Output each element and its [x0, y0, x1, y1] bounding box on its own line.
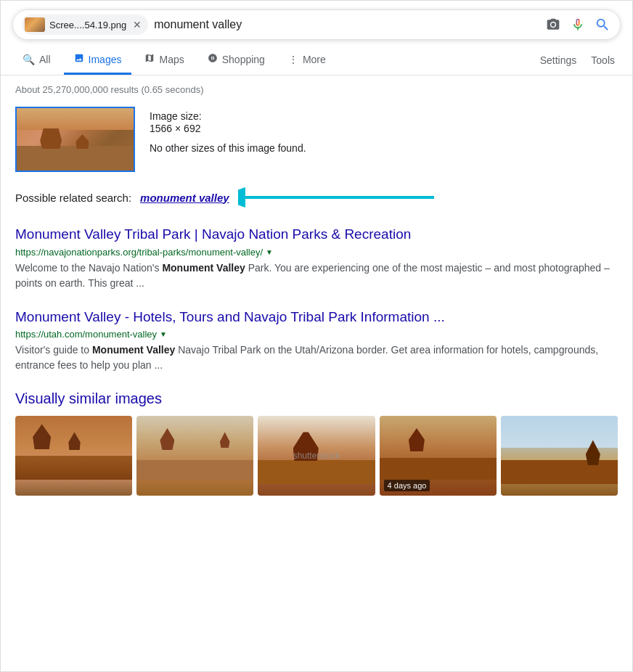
image-info-box: Image size: 1566 × 692 No other sizes of…: [15, 107, 618, 172]
tab-all-label: All: [39, 54, 51, 65]
thumbnail-label: Scree....54.19.png: [49, 20, 126, 30]
snippet-1-text-1: Welcome to the Navajo Nation's: [15, 262, 162, 274]
tab-maps[interactable]: Maps: [134, 46, 194, 75]
results-area: About 25,270,000,000 results (0.65 secon…: [1, 75, 632, 504]
similar-image-2[interactable]: [136, 416, 253, 496]
search-bar: Scree....54.19.png ✕: [12, 9, 621, 40]
shopping-tab-icon: [208, 53, 218, 65]
result-2-snippet: Visitor's guide to Monument Valley Navaj…: [15, 343, 618, 373]
tab-maps-label: Maps: [159, 54, 184, 65]
visually-similar-section: Visually similar images shutterstock: [15, 390, 618, 496]
mic-icon[interactable]: [569, 16, 587, 33]
search-bar-area: Scree....54.19.png ✕: [1, 1, 632, 46]
search-result-2: Monument Valley - Hotels, Tours and Nava…: [15, 308, 618, 374]
tab-images[interactable]: Images: [64, 46, 132, 75]
images-tab-icon: [74, 53, 84, 65]
visually-similar-grid: shutterstock 4 days ago: [15, 416, 618, 496]
search-tab-icon: 🔍: [23, 54, 35, 65]
similar-image-4[interactable]: 4 days ago: [380, 416, 497, 496]
tab-shopping-label: Shopping: [222, 54, 265, 65]
results-count: About 25,270,000,000 results (0.65 secon…: [15, 84, 618, 95]
camera-icon[interactable]: [544, 16, 562, 33]
visually-similar-heading: Visually similar images: [15, 390, 618, 407]
image-badge-4: 4 days ago: [384, 480, 430, 491]
watermark-text: shutterstock: [293, 451, 340, 461]
arrow-annotation: [238, 187, 441, 208]
tab-images-label: Images: [89, 54, 122, 65]
result-1-title[interactable]: Monument Valley Tribal Park | Navajo Nat…: [15, 226, 618, 244]
nav-tabs: 🔍 All Images Maps Shopping ⋮ More Settin…: [1, 46, 632, 75]
related-search-term[interactable]: monument valley: [140, 192, 229, 204]
search-image-preview: [15, 107, 135, 172]
result-1-snippet: Welcome to the Navajo Nation's Monument …: [15, 261, 618, 291]
result-1-chevron-icon: ▼: [266, 248, 273, 256]
result-2-url-row: https://utah.com/monument-valley ▼: [15, 329, 618, 340]
tab-all[interactable]: 🔍 All: [12, 46, 61, 75]
close-icon[interactable]: ✕: [132, 20, 142, 30]
similar-image-5[interactable]: [501, 416, 618, 496]
search-result-1: Monument Valley Tribal Park | Navajo Nat…: [15, 226, 618, 291]
tools-button[interactable]: Tools: [585, 47, 621, 73]
maps-tab-icon: [144, 53, 155, 65]
tab-shopping[interactable]: Shopping: [197, 46, 275, 75]
settings-button[interactable]: Settings: [534, 47, 583, 73]
search-input[interactable]: [154, 18, 539, 31]
image-info-text: Image size: 1566 × 692 No other sizes of…: [150, 107, 306, 172]
snippet-1-bold: Monument Valley: [162, 262, 245, 274]
result-2-title[interactable]: Monument Valley - Hotels, Tours and Nava…: [15, 308, 618, 327]
result-2-url: https://utah.com/monument-valley: [15, 329, 157, 340]
search-submit-icon[interactable]: [594, 16, 611, 33]
image-size-value: 1566 × 692: [150, 123, 306, 134]
snippet-2-bold: Monument Valley: [92, 344, 175, 356]
tab-more-label: More: [303, 54, 326, 65]
tab-more[interactable]: ⋮ More: [278, 46, 336, 75]
result-2-chevron-icon: ▼: [160, 330, 167, 338]
similar-image-1[interactable]: [15, 416, 132, 496]
no-other-sizes-text: No other sizes of this image found.: [150, 142, 306, 154]
related-search-label: Possible related search:: [15, 192, 131, 204]
search-icons: [544, 16, 611, 33]
more-tab-icon: ⋮: [288, 54, 298, 65]
snippet-2-text-1: Visitor's guide to: [15, 344, 92, 356]
result-1-url: https://navajonationparks.org/tribal-par…: [15, 247, 263, 258]
result-1-url-row: https://navajonationparks.org/tribal-par…: [15, 247, 618, 258]
similar-image-3[interactable]: shutterstock: [258, 416, 375, 496]
search-thumbnail-pill[interactable]: Scree....54.19.png ✕: [22, 15, 148, 35]
related-search: Possible related search: monument valley: [15, 187, 618, 208]
image-size-label: Image size:: [150, 110, 202, 122]
thumbnail-image: [25, 17, 45, 32]
